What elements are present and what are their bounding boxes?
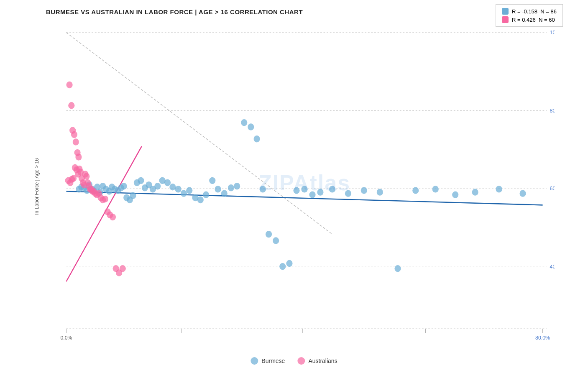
svg-point-64	[273, 237, 279, 244]
svg-point-49	[181, 190, 187, 197]
svg-point-81	[519, 190, 526, 197]
burmese-n: N = 86	[540, 8, 557, 15]
y-axis-label: In Labor Force | Age > 16	[34, 158, 40, 215]
svg-point-65	[279, 263, 286, 270]
svg-point-48	[175, 186, 182, 192]
svg-text:40.0%: 40.0%	[550, 263, 555, 270]
svg-point-50	[186, 187, 192, 194]
svg-point-46	[164, 179, 171, 186]
chart-container: BURMESE VS AUSTRALIAN IN LABOR FORCE | A…	[0, 0, 588, 373]
svg-point-79	[472, 189, 478, 195]
svg-point-60	[248, 123, 254, 130]
svg-point-75	[394, 265, 401, 272]
svg-point-68	[301, 186, 307, 192]
svg-point-117	[71, 131, 77, 138]
burmese-bottom-swatch	[251, 357, 258, 365]
svg-point-47	[169, 184, 176, 190]
svg-point-114	[66, 82, 72, 88]
svg-point-61	[254, 135, 260, 142]
svg-point-63	[266, 231, 272, 238]
svg-point-74	[377, 189, 383, 195]
burmese-r: R = -0.158	[512, 8, 537, 15]
svg-text:80.0%: 80.0%	[535, 334, 550, 341]
svg-point-38	[130, 192, 136, 199]
svg-point-78	[452, 192, 458, 198]
bottom-legend: Burmese Australians	[251, 357, 337, 365]
bottom-legend-australians: Australians	[297, 357, 337, 365]
svg-line-16	[66, 33, 332, 234]
svg-point-53	[203, 192, 209, 198]
svg-point-70	[317, 189, 323, 195]
svg-text:100.0%: 100.0%	[550, 29, 555, 36]
australians-bottom-swatch	[297, 357, 305, 365]
chart-title: BURMESE VS AUSTRALIAN IN LABOR FORCE | A…	[46, 8, 555, 15]
svg-point-118	[73, 138, 79, 145]
svg-text:0.0%: 0.0%	[60, 334, 72, 341]
legend-row-burmese: R = -0.158 N = 86	[502, 8, 557, 15]
svg-point-72	[345, 190, 351, 197]
scatter-chart: 100.0% 80.0% 60.0% 40.0% 0.0% 80.0%	[54, 20, 555, 346]
svg-point-120	[75, 153, 82, 160]
svg-point-80	[496, 186, 502, 192]
svg-point-71	[329, 186, 335, 192]
svg-point-58	[234, 183, 240, 189]
svg-point-59	[241, 119, 247, 126]
svg-point-40	[138, 177, 144, 184]
bottom-legend-burmese: Burmese	[251, 357, 285, 365]
burmese-swatch	[502, 8, 509, 15]
svg-point-107	[102, 196, 108, 202]
svg-point-56	[221, 190, 228, 197]
svg-point-66	[286, 260, 292, 267]
australians-bottom-label: Australians	[308, 358, 337, 364]
svg-text:80.0%: 80.0%	[550, 107, 555, 114]
svg-point-95	[83, 173, 89, 179]
svg-line-17	[66, 192, 542, 205]
svg-point-76	[412, 187, 419, 194]
svg-text:60.0%: 60.0%	[550, 185, 555, 192]
svg-point-73	[361, 187, 367, 194]
svg-point-67	[293, 187, 299, 194]
svg-point-52	[197, 197, 204, 203]
svg-point-55	[215, 186, 221, 192]
burmese-bottom-label: Burmese	[261, 358, 285, 364]
svg-point-69	[309, 192, 315, 198]
svg-point-54	[209, 177, 215, 184]
svg-point-115	[68, 102, 74, 109]
svg-point-62	[260, 186, 266, 192]
svg-point-44	[154, 183, 161, 189]
svg-point-35	[121, 183, 127, 189]
svg-point-77	[432, 186, 439, 192]
svg-point-57	[228, 184, 234, 191]
svg-point-113	[120, 265, 126, 272]
svg-point-110	[110, 214, 116, 220]
